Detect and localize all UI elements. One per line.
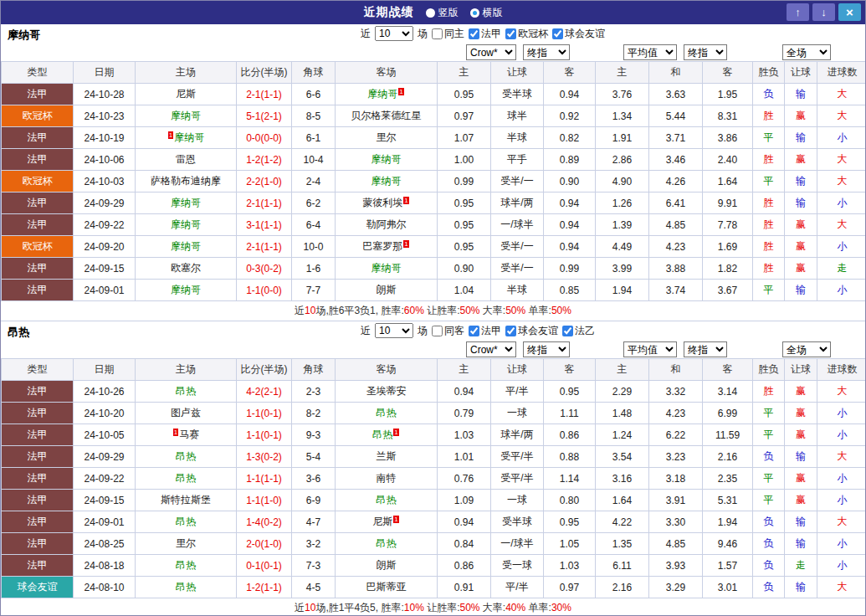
away-team: 摩纳哥 bbox=[336, 149, 438, 171]
header-odds-handicap: 让球 bbox=[491, 62, 544, 84]
filter-checkbox[interactable] bbox=[432, 326, 443, 336]
filter-label: 法乙 bbox=[575, 324, 595, 338]
filter-同客[interactable]: 同客 bbox=[432, 324, 464, 338]
recent-count-select[interactable]: 10 bbox=[375, 323, 413, 338]
odds-away: 0.97 bbox=[544, 577, 596, 598]
odds-handicap: 一球 bbox=[491, 490, 544, 511]
average-final-select[interactable]: 终指 bbox=[684, 44, 727, 60]
average-select[interactable]: 平均值 bbox=[623, 44, 677, 60]
result-outcome: 平 bbox=[753, 403, 785, 424]
close-icon: × bbox=[846, 6, 853, 18]
league-type-badge: 法甲 bbox=[2, 214, 74, 236]
filter-checkbox[interactable] bbox=[562, 326, 573, 336]
filter-球会友谊[interactable]: 球会友谊 bbox=[552, 27, 605, 41]
filter-同主[interactable]: 同主 bbox=[432, 27, 464, 41]
filter-checkbox[interactable] bbox=[469, 28, 479, 39]
filter-球会友谊[interactable]: 球会友谊 bbox=[505, 324, 558, 338]
avg-draw: 3.71 bbox=[649, 127, 703, 149]
filter-label: 球会友谊 bbox=[518, 324, 558, 338]
summary-segment: 50% bbox=[459, 305, 479, 316]
odds-final-select[interactable]: 终指 bbox=[523, 44, 570, 60]
match-score: 1-1(0-1) bbox=[237, 403, 292, 424]
match-score: 0-0(0-0) bbox=[237, 127, 292, 149]
filter-checkbox[interactable] bbox=[505, 28, 516, 39]
match-score: 1-1(0-0) bbox=[237, 280, 292, 301]
radio-horizontal-layout[interactable]: 横版 bbox=[470, 6, 503, 20]
home-team: 昂热 bbox=[136, 577, 237, 598]
summary-segment: 场,胜1平4负5, 胜率: bbox=[315, 602, 403, 613]
corner-score: 9-3 bbox=[292, 424, 336, 446]
move-down-button[interactable]: ↓ bbox=[812, 3, 835, 21]
filter-法乙[interactable]: 法乙 bbox=[562, 324, 595, 338]
average-final-select[interactable]: 终指 bbox=[684, 341, 727, 357]
league-type-badge: 法甲 bbox=[2, 403, 74, 424]
move-up-button[interactable]: ↑ bbox=[787, 3, 809, 21]
summary-segment: 大率: bbox=[480, 602, 506, 613]
result-outcome: 胜 bbox=[753, 192, 785, 214]
corner-score: 6-2 bbox=[292, 192, 336, 214]
titlebar: 近期战绩 竖版 横版 ↑ ↓ × bbox=[1, 1, 865, 24]
avg-draw: 4.26 bbox=[649, 171, 703, 192]
result-goals: 小 bbox=[817, 280, 866, 301]
corner-score: 8-2 bbox=[292, 403, 336, 424]
result-outcome: 胜 bbox=[753, 105, 785, 127]
odds-handicap: 受一球 bbox=[491, 555, 544, 577]
odds-handicap: 一/球半 bbox=[491, 533, 544, 555]
match-row: 欧冠杯24-09-20摩纳哥2-1(1-1)10-0巴塞罗那10.95受半/一0… bbox=[2, 236, 866, 258]
result-handicap: 输 bbox=[785, 446, 817, 468]
recent-count-select[interactable]: 10 bbox=[375, 26, 413, 41]
home-team: 昂热 bbox=[136, 511, 237, 533]
filter-法甲[interactable]: 法甲 bbox=[469, 324, 501, 338]
team-name: 欧塞尔 bbox=[171, 262, 201, 274]
header-match-score: 比分(半场) bbox=[237, 62, 292, 84]
radio-vertical-layout[interactable]: 竖版 bbox=[426, 6, 459, 20]
close-button[interactable]: × bbox=[838, 3, 861, 21]
filter-checkbox[interactable] bbox=[469, 326, 479, 336]
team-name: 摩纳哥 bbox=[367, 88, 397, 100]
scope-select[interactable]: 全场 bbox=[782, 341, 831, 357]
header-league-type-badge: 类型 bbox=[2, 62, 74, 84]
filter-checkbox[interactable] bbox=[432, 28, 443, 39]
home-team: 摩纳哥 bbox=[136, 105, 237, 127]
team-name: 蒙彼利埃 bbox=[362, 197, 402, 208]
odds-company-select[interactable]: Crow* bbox=[466, 341, 516, 357]
odds-home: 0.95 bbox=[438, 84, 491, 105]
filter-bar: 近 10 场 同客法甲球会友谊法乙 bbox=[361, 323, 595, 338]
away-team: 贝尔格莱德红星 bbox=[336, 105, 438, 127]
avg-home: 4.49 bbox=[596, 236, 649, 258]
filter-checkbox[interactable] bbox=[505, 326, 516, 336]
odds-away: 0.99 bbox=[544, 258, 596, 280]
result-handicap: 输 bbox=[785, 577, 817, 598]
result-handicap: 赢 bbox=[785, 149, 817, 171]
avg-draw: 4.85 bbox=[649, 214, 703, 236]
odds-handicap: 平/半 bbox=[491, 381, 544, 403]
match-row: 法甲24-10-26昂热4-2(2-1)2-3圣埃蒂安0.94平/半0.952.… bbox=[2, 381, 866, 403]
radio-vertical-label: 竖版 bbox=[438, 6, 459, 20]
result-goals: 小 bbox=[817, 127, 866, 149]
away-team: 勒阿弗尔 bbox=[336, 214, 438, 236]
filter-label: 法甲 bbox=[481, 324, 501, 338]
odds-handicap: 半球 bbox=[491, 280, 544, 301]
corner-score: 1-6 bbox=[292, 258, 336, 280]
odds-away: 0.94 bbox=[544, 192, 596, 214]
filter-法甲[interactable]: 法甲 bbox=[469, 27, 501, 41]
result-outcome: 平 bbox=[753, 424, 785, 446]
match-date: 24-09-15 bbox=[74, 258, 136, 280]
league-type-badge: 欧冠杯 bbox=[2, 171, 74, 192]
away-team: 昂热 bbox=[336, 533, 438, 555]
header-result-handicap: 让球 bbox=[785, 359, 817, 381]
corner-score: 6-1 bbox=[292, 127, 336, 149]
avg-draw: 3.32 bbox=[649, 381, 703, 403]
header-row: 类型日期主场比分(半场)角球客场主让球客主和客胜负让球进球数 bbox=[2, 62, 866, 84]
home-team: 昂热 bbox=[136, 468, 237, 490]
filter-欧冠杯[interactable]: 欧冠杯 bbox=[505, 27, 548, 41]
scope-select[interactable]: 全场 bbox=[782, 44, 831, 60]
league-type-badge: 球会友谊 bbox=[2, 577, 74, 598]
filter-checkbox[interactable] bbox=[552, 28, 563, 39]
home-team: 摩纳哥 bbox=[136, 214, 237, 236]
match-row: 法甲24-10-051马赛1-1(0-1)9-3昂热11.03球半/两0.861… bbox=[2, 424, 866, 446]
red-card-icon: 1 bbox=[403, 240, 408, 248]
odds-final-select[interactable]: 终指 bbox=[523, 341, 570, 357]
odds-company-select[interactable]: Crow* bbox=[466, 44, 516, 60]
average-select[interactable]: 平均值 bbox=[623, 341, 677, 357]
